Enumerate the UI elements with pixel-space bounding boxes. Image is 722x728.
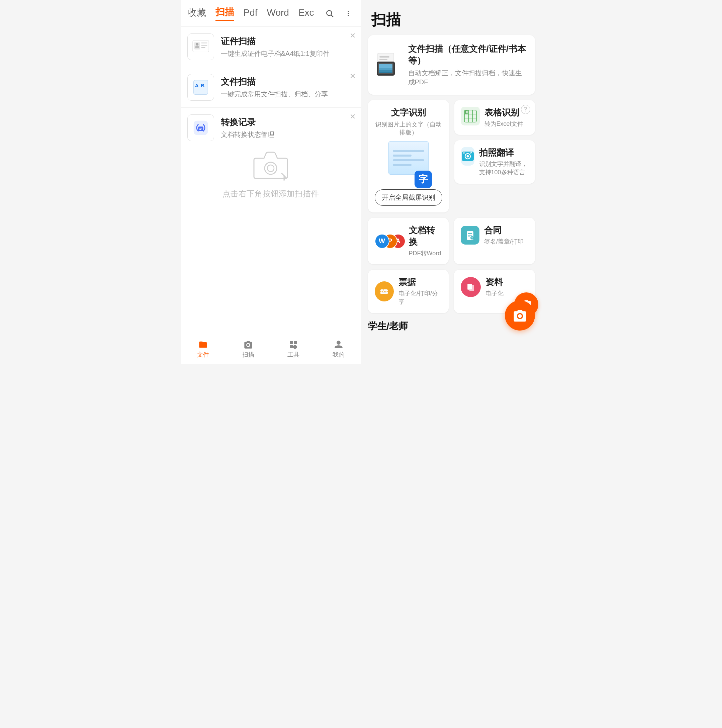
tab-pdf[interactable]: Pdf [243,8,258,19]
svg-rect-28 [379,59,387,60]
svg-text:B: B [201,83,204,88]
svg-text:¥: ¥ [382,288,384,291]
svg-point-0 [327,11,332,15]
empty-hint-text: 点击右下角按钮添加扫描件 [222,188,319,199]
svg-text:A: A [195,83,199,88]
tab-scan[interactable]: 扫描 [216,6,234,21]
char-badge: 字 [415,171,432,188]
svg-point-48 [463,152,465,154]
svg-point-3 [347,13,349,14]
file-scan-title: 文件扫描 [221,76,354,88]
doc-convert-card[interactable]: W P A 文档转换 PDF转Word [368,218,449,264]
right-content: 文件扫描（任意文件/证件/书本等） 自动文档矫正，文件扫描归档，快速生成PDF … [361,35,542,339]
file-scan-card-text: 文件扫描（任意文件/证件/书本等） 自动文档矫正，文件扫描归档，快速生成PDF [408,43,528,87]
photo-translate-icon: A [461,147,474,165]
svg-rect-27 [379,56,389,58]
material-icon [461,277,481,297]
photo-translate-title: 拍照翻译 [479,147,528,159]
svg-rect-65 [467,284,472,290]
list-item[interactable]: A B 文件扫描 一键完成常用文件扫描、归档、分享 ✕ [180,67,361,108]
svg-rect-58 [380,289,388,294]
search-icon[interactable] [324,8,336,19]
table-recog-card[interactable]: ? X [454,100,535,135]
nav-mine-left[interactable]: 我的 [316,334,361,364]
svg-rect-11 [195,46,199,48]
nav-files-left[interactable]: 文件 [180,334,226,364]
ticket-title: 票据 [398,276,442,288]
svg-point-46 [467,155,469,158]
id-scan-text: 证件扫描 一键生成证件电子档&A4纸1:1复印件 [221,35,354,58]
svg-rect-35 [379,72,392,73]
material-title: 资料 [485,276,503,288]
tab-favorites[interactable]: 收藏 [187,6,206,20]
tabs-actions [324,8,354,19]
empty-area: + 点击右下角按钮添加扫描件 [180,148,361,199]
ticket-desc: 电子化/打印/分享 [398,289,442,306]
convert-record-desc: 文档转换状态管理 [221,130,354,139]
text-recog-card[interactable]: 文字识别 识别图片上的文字（自动排版） 字 开启全局截屏识别 [368,100,449,213]
nav-mine-left-label: 我的 [333,350,344,359]
list-area: 证件扫描 一键生成证件电子档&A4纸1:1复印件 ✕ A B 文件扫描 一键完成… [180,27,361,364]
svg-line-1 [331,15,333,17]
right-header: 扫描 [361,0,542,35]
svg-point-20 [267,165,274,171]
ticket-icon: ¥ [375,281,394,301]
file-scan-text: 文件扫描 一键完成常用文件扫描、归档、分享 [221,76,354,99]
camera-fab-button[interactable] [505,300,535,330]
nav-files-left-label: 文件 [197,350,209,359]
ticket-card[interactable]: ¥ 票据 电子化/打印/分享 [368,270,449,313]
doc-convert-desc: PDF转Word [409,249,442,258]
svg-point-10 [196,43,199,46]
more-icon[interactable] [342,8,354,19]
file-scan-card-icon [375,52,401,78]
camera-placeholder-icon: + [251,148,291,182]
photo-translate-card[interactable]: A 拍照翻译 识别文字并翻译，支持100多种语言 [454,140,535,184]
file-scan-desc: 一键完成常用文件扫描、归档、分享 [221,90,354,99]
doc-convert-title: 文档转换 [409,225,442,248]
table-recog-title: 表格识别 [485,107,523,118]
help-icon[interactable]: ? [521,105,530,114]
close-icon[interactable]: ✕ [350,73,356,80]
contract-title: 合同 [484,225,523,236]
contract-desc: 签名/盖章/打印 [484,237,523,246]
list-item[interactable]: 转换记录 文档转换状态管理 ✕ [180,108,361,148]
svg-point-19 [265,162,277,174]
material-desc: 电子化 [485,289,503,298]
svg-text:X: X [466,110,468,114]
full-screen-btn[interactable]: 开启全局截屏识别 [375,190,442,206]
close-icon[interactable]: ✕ [350,113,356,121]
nav-scan-left[interactable]: 扫描 [226,334,271,364]
text-recog-visual: 字 [385,141,432,185]
table-recog-icon: X [461,107,480,125]
cards-grid-2: W P A 文档转换 PDF转Word [368,218,535,264]
id-scan-icon [187,34,214,60]
text-recog-desc: 识别图片上的文字（自动排版） [375,121,442,136]
right-title: 扫描 [372,10,532,30]
convert-record-title: 转换记录 [221,116,354,128]
text-recog-title: 文字识别 [375,107,442,118]
svg-rect-16 [198,127,203,131]
file-scan-card[interactable]: 文件扫描（任意文件/证件/书本等） 自动文档矫正，文件扫描归档，快速生成PDF [368,35,535,95]
id-scan-desc: 一键生成证件电子档&A4纸1:1复印件 [221,49,354,58]
contract-card[interactable]: 合同 签名/盖章/打印 [454,218,535,264]
id-scan-title: 证件扫描 [221,35,354,47]
cards-grid-1: 文字识别 识别图片上的文字（自动排版） 字 开启全局截屏识别 [368,100,535,213]
tab-excel[interactable]: Exc [298,8,314,19]
svg-point-4 [347,15,349,16]
convert-record-text: 转换记录 文档转换状态管理 [221,116,354,139]
nav-scan-left-label: 扫描 [242,350,254,359]
close-icon[interactable]: ✕ [350,32,356,40]
convert-record-icon [187,115,214,141]
file-scan-card-title: 文件扫描（任意文件/证件/书本等） [408,43,528,67]
svg-text:A: A [470,151,473,154]
photo-translate-desc: 识别文字并翻译，支持100多种语言 [479,160,528,177]
file-scan-card-desc: 自动文档矫正，文件扫描归档，快速生成PDF [408,69,528,87]
nav-tools-left-label: 工具 [288,350,300,359]
tabs-bar: 收藏 扫描 Pdf Word Exc [180,0,361,27]
tab-word[interactable]: Word [267,8,289,19]
list-item[interactable]: 证件扫描 一键生成证件电子档&A4纸1:1复印件 ✕ [180,27,361,67]
left-bottom-nav: 文件 扫描 工具 我的 [180,334,361,364]
nav-tools-left[interactable]: 工具 [271,334,316,364]
left-panel: 收藏 扫描 Pdf Word Exc [180,0,361,364]
contract-icon [461,226,479,245]
